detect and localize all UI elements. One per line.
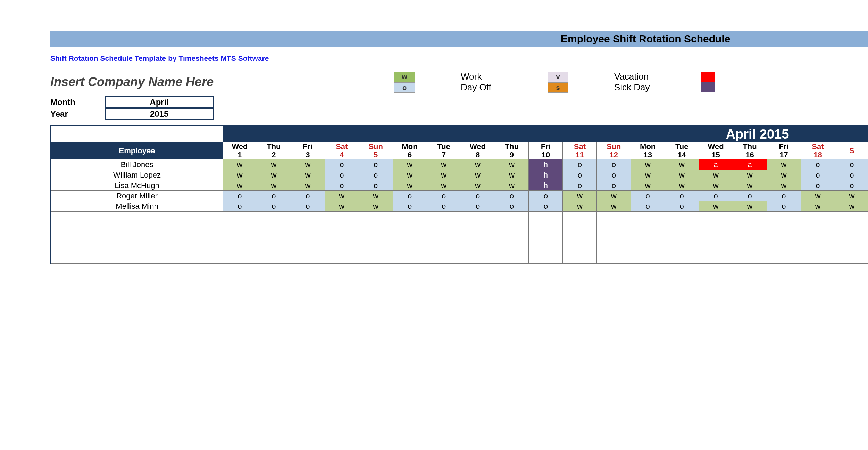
shift-cell[interactable]: w bbox=[563, 191, 597, 201]
shift-cell[interactable] bbox=[427, 222, 461, 232]
employee-name-cell[interactable] bbox=[51, 243, 223, 253]
employee-name-cell[interactable] bbox=[51, 212, 223, 222]
shift-cell[interactable]: w bbox=[767, 159, 801, 170]
shift-cell[interactable]: o bbox=[291, 201, 325, 212]
employee-name-cell[interactable] bbox=[51, 232, 223, 243]
shift-cell[interactable] bbox=[665, 232, 699, 243]
shift-cell[interactable]: w bbox=[767, 170, 801, 180]
shift-cell[interactable] bbox=[597, 232, 631, 243]
shift-cell[interactable]: w bbox=[835, 191, 868, 201]
shift-cell[interactable] bbox=[461, 232, 495, 243]
shift-cell[interactable]: w bbox=[495, 159, 529, 170]
shift-cell[interactable]: h bbox=[529, 170, 563, 180]
shift-cell[interactable] bbox=[699, 232, 733, 243]
shift-cell[interactable] bbox=[801, 243, 835, 253]
shift-cell[interactable]: w bbox=[427, 180, 461, 191]
shift-cell[interactable] bbox=[801, 222, 835, 232]
employee-name-cell[interactable]: Roger Miller bbox=[51, 191, 223, 201]
shift-cell[interactable] bbox=[223, 212, 257, 222]
year-input[interactable]: 2015 bbox=[105, 108, 214, 120]
shift-cell[interactable]: w bbox=[461, 159, 495, 170]
shift-cell[interactable]: o bbox=[393, 191, 427, 201]
shift-cell[interactable] bbox=[733, 243, 767, 253]
employee-name-cell[interactable] bbox=[51, 253, 223, 264]
shift-cell[interactable] bbox=[223, 232, 257, 243]
shift-cell[interactable] bbox=[393, 212, 427, 222]
shift-cell[interactable] bbox=[325, 222, 359, 232]
shift-cell[interactable]: o bbox=[801, 170, 835, 180]
shift-cell[interactable] bbox=[359, 253, 393, 264]
shift-cell[interactable]: o bbox=[631, 201, 665, 212]
shift-cell[interactable] bbox=[699, 253, 733, 264]
shift-cell[interactable]: o bbox=[257, 191, 291, 201]
shift-cell[interactable]: o bbox=[801, 180, 835, 191]
shift-cell[interactable]: o bbox=[597, 170, 631, 180]
shift-cell[interactable] bbox=[495, 243, 529, 253]
shift-cell[interactable] bbox=[461, 243, 495, 253]
shift-cell[interactable]: o bbox=[801, 159, 835, 170]
shift-cell[interactable] bbox=[223, 222, 257, 232]
shift-cell[interactable]: w bbox=[223, 180, 257, 191]
shift-cell[interactable] bbox=[835, 232, 868, 243]
shift-cell[interactable]: o bbox=[325, 180, 359, 191]
shift-cell[interactable]: w bbox=[631, 159, 665, 170]
shift-cell[interactable] bbox=[733, 212, 767, 222]
shift-cell[interactable]: o bbox=[733, 191, 767, 201]
shift-cell[interactable] bbox=[835, 222, 868, 232]
shift-cell[interactable] bbox=[801, 253, 835, 264]
shift-cell[interactable] bbox=[393, 232, 427, 243]
shift-cell[interactable]: o bbox=[767, 201, 801, 212]
shift-cell[interactable] bbox=[597, 253, 631, 264]
shift-cell[interactable]: w bbox=[393, 170, 427, 180]
shift-cell[interactable]: w bbox=[495, 180, 529, 191]
employee-name-cell[interactable]: William Lopez bbox=[51, 170, 223, 180]
shift-cell[interactable] bbox=[325, 212, 359, 222]
shift-cell[interactable] bbox=[427, 212, 461, 222]
shift-cell[interactable] bbox=[257, 232, 291, 243]
shift-cell[interactable] bbox=[529, 212, 563, 222]
shift-cell[interactable]: o bbox=[223, 191, 257, 201]
shift-cell[interactable] bbox=[631, 243, 665, 253]
shift-cell[interactable] bbox=[291, 253, 325, 264]
shift-cell[interactable]: w bbox=[495, 170, 529, 180]
shift-cell[interactable]: w bbox=[835, 201, 868, 212]
shift-cell[interactable]: o bbox=[427, 201, 461, 212]
shift-cell[interactable]: o bbox=[461, 201, 495, 212]
shift-cell[interactable]: o bbox=[257, 201, 291, 212]
shift-cell[interactable]: w bbox=[699, 180, 733, 191]
shift-cell[interactable]: o bbox=[393, 201, 427, 212]
shift-cell[interactable] bbox=[733, 253, 767, 264]
shift-cell[interactable]: w bbox=[665, 159, 699, 170]
shift-cell[interactable]: o bbox=[495, 201, 529, 212]
shift-cell[interactable]: o bbox=[325, 159, 359, 170]
shift-cell[interactable] bbox=[529, 253, 563, 264]
shift-cell[interactable] bbox=[291, 222, 325, 232]
shift-cell[interactable] bbox=[563, 222, 597, 232]
shift-cell[interactable] bbox=[597, 212, 631, 222]
shift-cell[interactable]: o bbox=[665, 201, 699, 212]
shift-cell[interactable]: o bbox=[597, 180, 631, 191]
shift-cell[interactable]: w bbox=[733, 180, 767, 191]
shift-cell[interactable] bbox=[495, 222, 529, 232]
shift-cell[interactable]: w bbox=[325, 201, 359, 212]
shift-cell[interactable]: o bbox=[359, 170, 393, 180]
shift-cell[interactable]: o bbox=[631, 191, 665, 201]
shift-cell[interactable] bbox=[699, 212, 733, 222]
shift-cell[interactable] bbox=[325, 253, 359, 264]
shift-cell[interactable]: w bbox=[257, 159, 291, 170]
shift-cell[interactable]: w bbox=[665, 170, 699, 180]
shift-cell[interactable]: w bbox=[631, 180, 665, 191]
shift-cell[interactable] bbox=[767, 253, 801, 264]
shift-cell[interactable] bbox=[801, 212, 835, 222]
shift-cell[interactable] bbox=[325, 232, 359, 243]
shift-cell[interactable]: w bbox=[223, 159, 257, 170]
shift-cell[interactable]: w bbox=[597, 201, 631, 212]
shift-cell[interactable] bbox=[733, 232, 767, 243]
shift-cell[interactable] bbox=[393, 253, 427, 264]
shift-cell[interactable]: w bbox=[801, 201, 835, 212]
shift-cell[interactable] bbox=[257, 243, 291, 253]
shift-cell[interactable]: w bbox=[767, 180, 801, 191]
shift-cell[interactable]: w bbox=[427, 159, 461, 170]
shift-cell[interactable] bbox=[291, 212, 325, 222]
shift-cell[interactable] bbox=[461, 212, 495, 222]
